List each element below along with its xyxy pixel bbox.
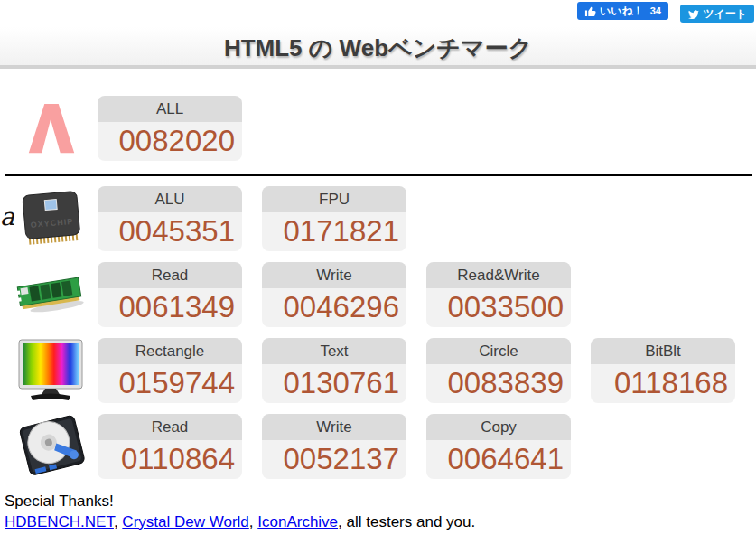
score-card: Circle 0083839 xyxy=(426,338,571,403)
facebook-like-button[interactable]: いいね！ 34 xyxy=(577,2,668,20)
icon-cell xyxy=(5,338,98,403)
score-label: Rectangle xyxy=(98,338,242,364)
score-label: ALU xyxy=(98,186,242,212)
score-value: 0083839 xyxy=(426,364,571,403)
tweet-label: ツイート xyxy=(703,6,747,22)
credits-line: HDBENCH.NET, Crystal Dew World, IconArch… xyxy=(5,512,756,532)
benchmark-row-all: ALL 0082020 xyxy=(0,96,756,161)
score-value: 0061349 xyxy=(98,288,242,327)
hard-disk-icon xyxy=(17,414,86,479)
score-card: Read 0110864 xyxy=(98,414,242,479)
benchmark-row-memory: Read 0061349 Write 0046296 Read&Write 00… xyxy=(0,262,756,327)
footer: Special Thanks! HDBENCH.NET, Crystal Dew… xyxy=(0,491,756,532)
icon-cell xyxy=(5,262,98,327)
score-label: Read xyxy=(98,414,242,440)
cpu-chip-icon: OXYCHIP xyxy=(15,191,88,247)
separator: , xyxy=(114,513,122,530)
score-card: Read 0061349 xyxy=(98,262,242,327)
score-label: Circle xyxy=(426,338,571,364)
score-card: BitBlt 0118168 xyxy=(591,338,735,403)
memory-module-icon xyxy=(15,268,88,322)
link-iconarchive[interactable]: IconArchive xyxy=(257,513,338,530)
score-value: 0045351 xyxy=(98,212,242,251)
score-label: Read&Write xyxy=(426,262,571,288)
score-label: Write xyxy=(262,262,406,288)
score-value: 0033500 xyxy=(426,288,571,327)
score-card: Write 0052137 xyxy=(262,414,406,479)
benchmark-row-graphics: Rectangle 0159744 Text 0130761 Circle 00… xyxy=(0,338,756,403)
letter-a-icon xyxy=(23,99,79,157)
benchmark-row-cpu: OXYCHIP ALU 0045351 FPU 0171821 xyxy=(0,186,756,251)
score-value: 0118168 xyxy=(591,364,735,403)
link-crystal-dew-world[interactable]: Crystal Dew World xyxy=(122,513,248,530)
score-value: 0064641 xyxy=(426,440,571,479)
score-value: 0110864 xyxy=(98,440,242,479)
score-card: FPU 0171821 xyxy=(262,186,406,251)
benchmark-row-drive: Read 0110864 Write 0052137 Copy 0064641 xyxy=(0,414,756,479)
score-label: Read xyxy=(98,262,242,288)
score-label: Copy xyxy=(426,414,571,440)
icon-cell xyxy=(5,414,98,479)
score-card: Text 0130761 xyxy=(262,338,406,403)
score-card: Copy 0064641 xyxy=(426,414,571,479)
score-card: ALL 0082020 xyxy=(98,96,242,161)
tweet-button[interactable]: ツイート xyxy=(680,5,754,23)
title-band: HTML5 の Webベンチマーク xyxy=(0,27,756,69)
section-divider xyxy=(5,174,752,176)
score-value: 0159744 xyxy=(98,364,242,403)
special-thanks-text: Special Thanks! xyxy=(5,491,756,512)
score-value: 0052137 xyxy=(262,440,406,479)
thumbs-up-icon xyxy=(584,5,596,17)
display-icon xyxy=(18,339,85,402)
score-value: 0171821 xyxy=(262,212,406,251)
score-value: 0082020 xyxy=(98,122,242,161)
link-hdbench[interactable]: HDBENCH.NET xyxy=(5,513,114,530)
score-card: ALU 0045351 xyxy=(98,186,242,251)
score-label: ALL xyxy=(98,96,242,122)
score-label: BitBlt xyxy=(591,338,735,364)
like-count: 34 xyxy=(650,5,661,16)
like-label: いいね！ xyxy=(600,4,644,19)
score-card: Read&Write 0033500 xyxy=(426,262,571,327)
icon-cell xyxy=(5,96,98,161)
icon-cell: OXYCHIP xyxy=(5,186,98,251)
page-title: HTML5 の Webベンチマーク xyxy=(0,27,756,69)
twitter-bird-icon xyxy=(687,8,699,20)
credits-suffix: , all testers and you. xyxy=(338,513,475,530)
score-value: 0130761 xyxy=(262,364,406,403)
score-label: Text xyxy=(262,338,406,364)
score-value: 0046296 xyxy=(262,288,406,327)
score-card: Write 0046296 xyxy=(262,262,406,327)
score-label: FPU xyxy=(262,186,406,212)
social-bar: いいね！ 34 ツイート xyxy=(0,0,756,27)
separator: , xyxy=(249,513,257,530)
score-label: Write xyxy=(262,414,406,440)
score-card: Rectangle 0159744 xyxy=(98,338,242,403)
